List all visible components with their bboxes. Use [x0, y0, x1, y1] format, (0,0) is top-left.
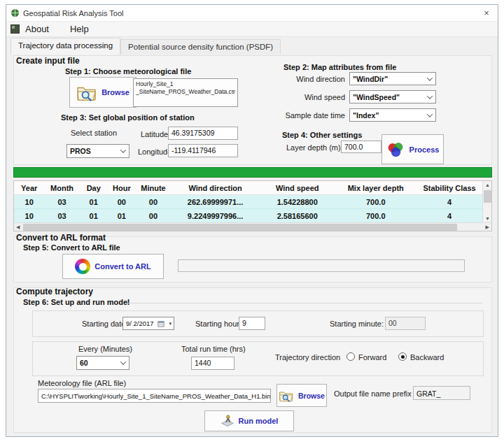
app-window: Geospatial Risk Analysis Tool × About He…: [6, 4, 498, 437]
col-mix-layer-depth[interactable]: Mix layer depth: [335, 184, 416, 192]
vertical-scrollbar[interactable]: ▲ ▼: [482, 181, 491, 222]
total-run-time-field[interactable]: 1440: [191, 357, 234, 370]
close-icon[interactable]: ×: [475, 5, 498, 21]
convert-arl-title: Convert to ARL format: [16, 233, 106, 243]
starting-date-picker[interactable]: 9/ 2/2017 ▾: [122, 317, 174, 330]
table-row[interactable]: 10 03 01 01 00 9.2249997996... 2.5816560…: [14, 209, 482, 223]
cell: 700.0: [335, 198, 416, 206]
every-minutes-value: 60: [80, 359, 88, 367]
col-year[interactable]: Year: [14, 184, 44, 192]
horizontal-scrollbar[interactable]: ◀ ▶: [14, 222, 491, 231]
cell: 01: [108, 212, 136, 220]
cell: 4: [416, 212, 482, 220]
browse-arl-file-button[interactable]: Browse: [276, 384, 327, 407]
scroll-left-icon[interactable]: ◀: [16, 224, 20, 229]
cell: 00: [108, 198, 136, 206]
tab-trajectory-data-processing[interactable]: Trajectory data processing: [10, 38, 120, 55]
col-day[interactable]: Day: [80, 184, 108, 192]
step4-title: Step 4: Other settings: [282, 131, 362, 139]
cell: 01: [80, 198, 108, 206]
met-arl-file-field[interactable]: C:\HYSPLIT\working\Hourly_Site_1_SiteNam…: [38, 389, 271, 403]
wind-speed-select[interactable]: "WindSpeed": [349, 90, 436, 103]
menu-help[interactable]: Help: [64, 22, 94, 36]
table-row[interactable]: 10 03 01 00 00 262.69999971... 1.5422880…: [14, 195, 482, 209]
cell: 9.2249997996...: [171, 212, 260, 220]
rainbow-ring-icon: [75, 259, 90, 274]
total-run-time-label: Total run time (hrs): [181, 345, 246, 353]
step2-title: Step 2: Map attributes from file: [284, 63, 396, 71]
col-wind-direction[interactable]: Wind direction: [171, 184, 260, 192]
chevron-down-icon: [120, 359, 126, 364]
output-prefix-field[interactable]: GRAT_: [413, 386, 470, 400]
latitude-label: Latitude: [141, 130, 168, 138]
cell: 00: [136, 198, 171, 206]
col-minute[interactable]: Minute: [136, 184, 171, 192]
forward-radio[interactable]: [346, 352, 355, 361]
process-button[interactable]: Process: [382, 134, 444, 164]
backward-radio[interactable]: [398, 352, 407, 361]
arl-progress-bar: [178, 259, 465, 272]
col-stability-class[interactable]: Stability Class: [416, 184, 482, 192]
col-hour[interactable]: Hour: [108, 184, 136, 192]
every-minutes-select[interactable]: 60: [76, 356, 130, 370]
chevron-down-icon: [120, 147, 126, 152]
cell: 01: [80, 212, 108, 220]
run-model-icon: [220, 414, 234, 428]
menu-about[interactable]: About: [20, 22, 55, 36]
processing-progress-bar: [13, 167, 492, 178]
chevron-down-icon: [427, 93, 433, 99]
cell: 4: [416, 198, 482, 206]
dropdown-arrow-icon: ▾: [169, 321, 172, 327]
starting-minute-field[interactable]: 00: [385, 317, 426, 330]
chevron-down-icon: [427, 75, 433, 80]
title-bar: Geospatial Risk Analysis Tool ×: [6, 5, 498, 22]
menu-bar: About Help: [6, 22, 498, 37]
latitude-field[interactable]: 46.39175309: [168, 127, 238, 140]
process-label: Process: [410, 145, 440, 154]
tab-psdf[interactable]: Potential source density function (PSDF): [120, 39, 281, 55]
step1-title: Step 1: Choose meteorological file: [65, 67, 191, 76]
scroll-right-icon[interactable]: ▶: [486, 224, 489, 229]
cell: 03: [44, 212, 79, 220]
starting-date-label: Starting date:: [82, 320, 127, 328]
met-file-name-box[interactable]: Hourly_Site_1 _SiteName_PROS_Weather_Dat…: [133, 78, 238, 107]
convert-to-arl-label: Convert to ARL: [94, 262, 150, 271]
station-value: PROS: [70, 147, 91, 155]
scroll-down-icon[interactable]: ▼: [485, 216, 490, 221]
cell: 10: [14, 198, 44, 206]
cell: 2.58165600: [260, 212, 335, 220]
divider: [125, 303, 482, 303]
col-month[interactable]: Month: [44, 184, 79, 192]
step6-title: Step 6: Set up and run model: [23, 298, 130, 306]
wind-speed-value: "WindSpeed": [353, 93, 400, 101]
scroll-up-icon[interactable]: ▲: [485, 182, 490, 187]
cell: 262.69999971...: [171, 198, 260, 206]
starting-hour-field[interactable]: 9: [239, 317, 265, 330]
calendar-icon: [158, 320, 164, 327]
cell: 1.54228800: [260, 198, 335, 206]
col-wind-speed[interactable]: Wind speed: [260, 184, 335, 192]
met-file-name-line1: Hourly_Site_1: [136, 80, 235, 88]
wind-direction-value: "WindDir": [353, 75, 388, 83]
tab-strip: Trajectory data processing Potential sou…: [6, 37, 498, 55]
sample-date-time-value: "Index": [353, 111, 379, 120]
wind-direction-select[interactable]: "WindDir": [349, 72, 436, 85]
rgb-circles-icon: [386, 141, 405, 158]
layer-depth-field[interactable]: 700.0: [341, 141, 382, 153]
station-select[interactable]: PROS: [66, 144, 130, 158]
vertical-scroll-thumb[interactable]: [484, 190, 491, 203]
run-model-button[interactable]: Run model: [204, 410, 294, 431]
step3-title: Step 3: Set global position of station: [61, 113, 195, 122]
starting-hour-label: Starting hour:: [195, 320, 241, 328]
compute-trajectory-title: Compute trajectory: [16, 287, 93, 296]
horizontal-scroll-thumb[interactable]: [23, 224, 457, 231]
step5-title: Step 5: Convert to ARL file: [23, 243, 120, 252]
create-input-file-title: Create input file: [16, 56, 80, 66]
convert-to-arl-button[interactable]: Convert to ARL: [62, 254, 164, 279]
sample-date-time-select[interactable]: "Index": [349, 108, 436, 122]
every-minutes-label: Every (Minutes): [78, 345, 132, 353]
longitude-label: Longitude: [138, 148, 172, 156]
met-arl-file-label: Meteorology file (ARL file): [38, 379, 126, 387]
browse-met-file-button[interactable]: Browse: [69, 77, 136, 108]
longitude-field[interactable]: -119.4117946: [168, 144, 238, 157]
